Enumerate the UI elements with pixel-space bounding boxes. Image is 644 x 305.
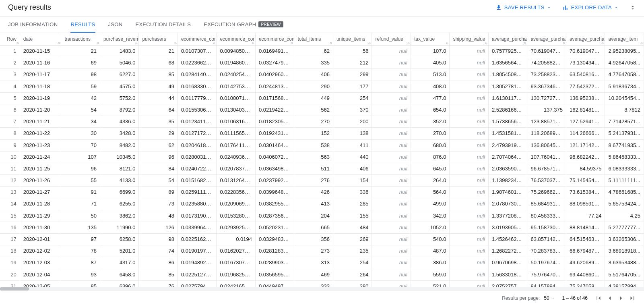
explore-data-label: EXPLORE DATA bbox=[571, 4, 612, 10]
prev-page-button[interactable] bbox=[606, 295, 613, 302]
table-cell: 0.03996486... bbox=[255, 187, 294, 198]
column-header[interactable]: average_purchase bbox=[566, 33, 605, 46]
results-per-page-select[interactable]: 50 bbox=[544, 295, 555, 301]
table-cell: 88.0985915... bbox=[566, 198, 605, 210]
column-header[interactable]: transactions bbox=[61, 33, 100, 46]
table-cell: 75.2696629... bbox=[527, 187, 566, 198]
table-cell: 0.01063164... bbox=[217, 116, 256, 128]
column-header[interactable]: date bbox=[20, 33, 61, 46]
column-header[interactable]: ecommerce_conv bbox=[255, 33, 294, 46]
results-header: Query results SAVE RESULTS EXPLORE DATA bbox=[0, 0, 644, 17]
table-cell: 2.47939199... bbox=[488, 139, 527, 151]
table-cell: 2020-11-19 bbox=[20, 92, 61, 104]
table-cell: 75.9764705... bbox=[527, 269, 566, 280]
table-cell: 3428.0 bbox=[100, 128, 139, 139]
column-header[interactable]: average_purchase bbox=[527, 33, 566, 46]
table-cell: 0.03399647... bbox=[178, 222, 217, 233]
next-page-button[interactable] bbox=[617, 295, 625, 302]
table-cell: null bbox=[450, 187, 489, 198]
column-header[interactable]: shipping_value bbox=[450, 33, 489, 46]
column-header[interactable]: average_item bbox=[605, 33, 644, 46]
page-range: 1 – 46 of 46 bbox=[562, 295, 588, 301]
table-cell: 2.07807308... bbox=[488, 198, 527, 210]
table-cell: 1.56330186... bbox=[488, 269, 527, 280]
table-cell: 50.1976744... bbox=[527, 257, 566, 269]
table-cell: 107.760416... bbox=[527, 151, 566, 163]
table-cell: 88.8148148... bbox=[566, 222, 605, 233]
column-header[interactable]: Row bbox=[0, 33, 20, 46]
column-header[interactable]: average_purchase bbox=[488, 33, 527, 46]
table-cell: 35 bbox=[139, 116, 178, 128]
table-cell: 680.0 bbox=[411, 139, 450, 151]
tab-execution-details[interactable]: EXECUTION DETAILS bbox=[135, 17, 191, 33]
column-header[interactable]: ecommerce_conv bbox=[178, 33, 217, 46]
table-cell: null bbox=[372, 269, 411, 280]
table-cell: 63.8571428... bbox=[527, 234, 566, 245]
horizontal-scrollbar[interactable] bbox=[0, 287, 644, 291]
table-cell: 56 bbox=[333, 46, 372, 57]
column-header[interactable]: purchase_revenue bbox=[100, 33, 139, 46]
tab-execution-graph[interactable]: EXECUTION GRAPH PREVIEW bbox=[204, 17, 283, 33]
table-cell: 78 bbox=[61, 245, 100, 257]
table-cell: 2020-11-26 bbox=[20, 175, 61, 187]
table-cell: 77.24 bbox=[566, 210, 605, 222]
table-cell: 15 bbox=[0, 210, 20, 222]
table-cell: null bbox=[372, 234, 411, 245]
table-cell: 2020-11-21 bbox=[20, 116, 61, 128]
table-cell: 98 bbox=[61, 69, 100, 81]
table-cell: 1.45315811... bbox=[488, 128, 527, 139]
table-cell: 4.92647058... bbox=[605, 57, 644, 69]
tab-results[interactable]: RESULTS bbox=[70, 17, 95, 33]
results-table-wrap[interactable]: Rowdatetransactionspurchase_revenuepurch… bbox=[0, 33, 644, 287]
table-cell: 521.0 bbox=[411, 280, 450, 287]
table-cell: 270 bbox=[294, 116, 333, 128]
table-cell: 2020-11-27 bbox=[20, 187, 61, 198]
table-cell: 76 bbox=[139, 280, 178, 287]
column-header[interactable]: purchasers bbox=[139, 33, 178, 46]
table-cell: 10.2045454... bbox=[605, 92, 644, 104]
table-cell: 8 bbox=[0, 128, 20, 139]
table-cell: 0.01694915... bbox=[255, 46, 294, 57]
table-cell: 0.01532801... bbox=[217, 210, 256, 222]
last-page-button[interactable] bbox=[629, 295, 636, 302]
expand-button[interactable] bbox=[630, 4, 636, 11]
table-cell: 177 bbox=[333, 81, 372, 92]
save-results-button[interactable]: SAVE RESULTS bbox=[495, 4, 551, 11]
table-cell: 107 bbox=[61, 151, 100, 163]
table-cell: 5.91836734... bbox=[605, 81, 644, 92]
tab-job-information[interactable]: JOB INFORMATION bbox=[8, 17, 58, 33]
table-cell: 3.68918918... bbox=[605, 245, 644, 257]
table-cell: 69.4408602... bbox=[566, 269, 605, 280]
column-header[interactable]: ecommerce_conv bbox=[217, 33, 256, 46]
column-header[interactable]: unique_items bbox=[333, 33, 372, 46]
table-cell: 3862.0 bbox=[100, 210, 139, 222]
table-cell: 0.03634986... bbox=[255, 163, 294, 174]
table-row: 12020-11-15211483.0210.01073071...0.0094… bbox=[0, 46, 644, 57]
first-page-button[interactable] bbox=[595, 295, 602, 302]
table-cell: 14 bbox=[0, 198, 20, 210]
table-cell: 0.02283563... bbox=[217, 187, 256, 198]
explore-data-button[interactable]: EXPLORE DATA bbox=[562, 4, 618, 11]
table-cell: 12 bbox=[0, 175, 20, 187]
table-row: 152020-11-29503862.0480.01731901...0.015… bbox=[0, 210, 644, 222]
table-cell: 0.01427534... bbox=[217, 81, 256, 92]
table-cell: 0.02800314... bbox=[178, 151, 217, 163]
table-row: 112020-11-25968121.0840.02407221...0.020… bbox=[0, 163, 644, 174]
table-cell: 13 bbox=[0, 187, 20, 198]
table-row: 82020-11-22303428.0290.01271725...0.0111… bbox=[0, 128, 644, 139]
column-header[interactable]: tax_value bbox=[411, 33, 450, 46]
table-cell: null bbox=[372, 139, 411, 151]
scrollbar-thumb[interactable] bbox=[0, 287, 29, 290]
table-row: 202020-12-04936458.0850.02251270...0.019… bbox=[0, 269, 644, 280]
table-cell: null bbox=[372, 151, 411, 163]
table-cell: 85.6849315... bbox=[527, 198, 566, 210]
tab-json[interactable]: JSON bbox=[108, 17, 123, 33]
table-cell: null bbox=[450, 257, 489, 269]
column-header[interactable]: total_items bbox=[294, 33, 333, 46]
table-cell: 0.02812838... bbox=[255, 245, 294, 257]
table-cell: 654.0 bbox=[411, 104, 450, 116]
column-header[interactable]: refund_value bbox=[372, 33, 411, 46]
table-row: 52020-11-19425752.0440.01177790...0.0100… bbox=[0, 92, 644, 104]
caret-down-icon bbox=[547, 6, 551, 10]
table-cell: 440 bbox=[333, 151, 372, 163]
